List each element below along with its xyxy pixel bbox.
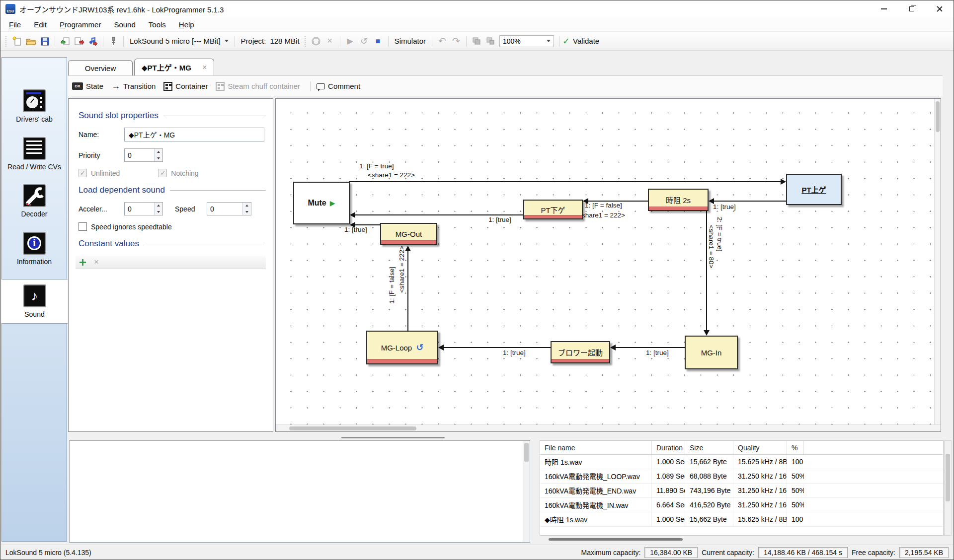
tab-pt-age-mg[interactable]: ◆PT上ゲ・MG × — [134, 59, 214, 75]
close-button[interactable] — [926, 0, 954, 17]
save-button[interactable] — [39, 35, 51, 47]
edge-label: 1: [F = true] — [359, 162, 394, 170]
minimize-button[interactable] — [870, 0, 898, 17]
state-node-mg-loop[interactable]: MG-Loop ↺ — [366, 331, 438, 364]
speed-ignores-speedtable-checkbox[interactable] — [79, 222, 87, 231]
notching-checkbox[interactable]: ✓ — [159, 169, 167, 177]
table-row[interactable]: ◆時阻 1s.wav 1.000 Sec. 15,662 Byte 15.625… — [540, 512, 943, 527]
write-sound-button[interactable] — [87, 35, 99, 47]
menu-programmer[interactable]: Programmer — [53, 19, 107, 30]
delete-icon[interactable]: × — [324, 35, 336, 47]
canvas-vertical-scrollbar[interactable] — [934, 99, 941, 424]
add-state-button[interactable]: DX State — [72, 82, 103, 90]
sound-stripe — [367, 359, 437, 363]
menu-help[interactable]: Help — [172, 19, 201, 30]
state-node-timer[interactable]: 時阻 2s — [648, 189, 709, 211]
write-decoder-button[interactable] — [73, 35, 85, 47]
state-node-pt-up[interactable]: PT上ゲ — [786, 174, 842, 205]
new-project-button[interactable] — [11, 35, 23, 47]
sound-stripe — [524, 215, 582, 218]
tab-close-icon[interactable]: × — [202, 63, 207, 72]
status-bar: LokSound 5 micro (5.4.135) Maximum capac… — [0, 545, 954, 560]
state-node-mg-in[interactable]: MG-In — [685, 336, 738, 369]
scrollbar-thumb[interactable] — [524, 443, 529, 462]
column-header-file-name[interactable]: File name — [540, 441, 652, 454]
column-header-size[interactable]: Size — [685, 441, 733, 454]
programmer-icon-button[interactable] — [107, 35, 119, 47]
state-node-pt-down[interactable]: PT下ゲ — [523, 200, 583, 219]
spin-down-icon[interactable] — [155, 155, 162, 162]
priority-stepper[interactable]: 0 — [124, 148, 163, 162]
state-node-blower[interactable]: ブロワー起動 — [551, 341, 610, 363]
validate-button[interactable]: Validate — [573, 37, 599, 45]
scrollbar-thumb[interactable] — [289, 426, 416, 430]
spin-up-icon[interactable] — [155, 203, 162, 209]
navigation-sidebar: Drivers' cab Read / Write CVs Decoder i … — [1, 57, 67, 542]
sidebar-item-sound[interactable]: ♪ Sound — [1, 279, 68, 324]
add-container-button[interactable]: Container — [163, 82, 208, 91]
stop-button[interactable]: ■ — [372, 35, 384, 47]
sidebar-label: Sound — [7, 310, 62, 319]
edge-mgloop-to-mgout — [407, 251, 408, 331]
add-comment-button[interactable]: Comment — [317, 82, 360, 90]
scrollbar-thumb[interactable] — [946, 454, 950, 501]
acceleration-stepper[interactable]: 0 — [124, 202, 163, 215]
add-steam-chuff-container-button[interactable]: Steam chuff container — [216, 82, 300, 91]
add-constant-button[interactable] — [80, 259, 86, 266]
spin-up-icon[interactable] — [155, 149, 162, 155]
read-decoder-button[interactable] — [59, 35, 71, 47]
unlimited-checkbox[interactable]: ✓ — [79, 169, 87, 177]
spin-down-icon[interactable] — [243, 209, 251, 215]
transition-arrow-icon: → — [111, 81, 120, 91]
column-header-duration[interactable]: Duration — [652, 441, 685, 454]
menu-file[interactable]: File — [2, 19, 27, 30]
name-field[interactable]: ◆PT上ゲ・MG — [124, 128, 264, 141]
sidebar-item-read-write-cvs[interactable]: Read / Write CVs — [2, 137, 67, 172]
menu-tools[interactable]: Tools — [142, 19, 172, 30]
play-button[interactable]: ▶ — [344, 35, 356, 47]
state-node-mute[interactable]: Mute ▶ — [293, 182, 350, 224]
menu-sound[interactable]: Sound — [107, 19, 142, 30]
state-node-mg-out[interactable]: MG-Out — [380, 223, 437, 245]
simulator-button[interactable]: Simulator — [395, 37, 426, 45]
sidebar-item-drivers-cab[interactable]: Drivers' cab — [2, 89, 67, 124]
table-vertical-scrollbar[interactable] — [944, 440, 952, 536]
sidebar-item-decoder[interactable]: Decoder — [2, 184, 67, 219]
splitter-handle[interactable] — [341, 437, 445, 438]
maximize-button[interactable] — [898, 0, 926, 17]
canvas-horizontal-scrollbar[interactable] — [276, 424, 941, 431]
table-row[interactable]: 160kVA電動発電機_LOOP.wav 1.089 Sec. 68,088 B… — [540, 469, 943, 484]
sound-flow-canvas[interactable]: 1: [F = true] <share1 = 222> 1: [true] 1… — [275, 98, 941, 432]
spin-down-icon[interactable] — [155, 209, 162, 215]
section-heading: Sound slot properties — [79, 111, 266, 121]
cell-duration: 1.000 Sec. — [652, 455, 685, 469]
column-header-quality[interactable]: Quality — [733, 441, 787, 454]
state-icon: DX — [72, 82, 83, 90]
panel-vertical-scrollbar[interactable] — [523, 441, 530, 542]
cascade-windows-button[interactable] — [471, 35, 482, 47]
menu-edit[interactable]: Edit — [27, 19, 53, 30]
add-transition-button[interactable]: → Transition — [111, 81, 156, 91]
section-heading: Constant values — [79, 239, 266, 249]
sidebar-item-information[interactable]: i Information — [2, 232, 67, 267]
tile-windows-button[interactable] — [484, 35, 496, 47]
table-row[interactable]: 時阻 1s.wav 1.000 Sec. 15,662 Byte 15.625 … — [540, 455, 943, 469]
zoom-select[interactable]: 100% — [499, 35, 554, 47]
table-horizontal-scrollbar[interactable] — [540, 537, 944, 542]
speed-stepper[interactable]: 0 — [207, 202, 251, 215]
open-project-button[interactable] — [25, 35, 37, 47]
column-header-percent[interactable]: % — [787, 441, 804, 454]
scrollbar-thumb[interactable] — [936, 101, 940, 132]
device-select[interactable]: LokSound 5 micro [--- MBit] — [127, 36, 232, 46]
loop-button[interactable]: ↺ — [358, 35, 370, 47]
table-row[interactable]: 160kVA電動発電機_END.wav 11.890 Sec. 743,196 … — [540, 484, 943, 498]
table-row[interactable]: 160kVA電動発電機_IN.wav 6.664 Sec. 416,520 By… — [540, 498, 943, 512]
undo-icon[interactable]: ↶ — [436, 35, 448, 47]
delete-constant-button[interactable]: × — [94, 257, 99, 267]
redo-icon[interactable]: ↷ — [450, 35, 462, 47]
current-capacity-value: 14,188.46 KB / 468.154 s — [758, 547, 848, 558]
spin-up-icon[interactable] — [243, 203, 251, 209]
sound-tool-icon[interactable] — [310, 35, 322, 47]
tab-overview[interactable]: Overview — [68, 60, 133, 75]
scrollbar-thumb[interactable] — [549, 538, 683, 541]
